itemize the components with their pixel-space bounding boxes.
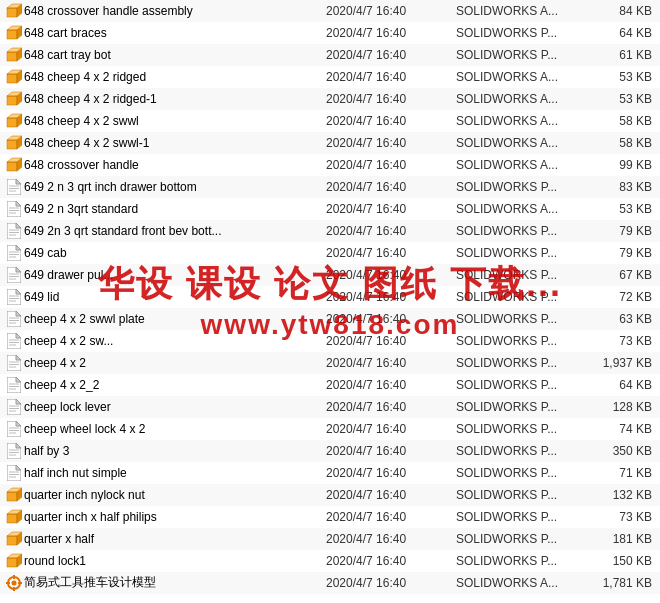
file-icon: [4, 399, 24, 415]
table-row[interactable]: cheep 4 x 2 sw...2020/4/7 16:40SOLIDWORK…: [0, 330, 660, 352]
file-name: 649 drawer pul...: [24, 268, 326, 282]
file-name: half inch nut simple: [24, 466, 326, 480]
file-size: 132 KB: [586, 488, 656, 502]
file-type: SOLIDWORKS P...: [456, 466, 586, 480]
file-date: 2020/4/7 16:40: [326, 158, 456, 172]
file-size: 67 KB: [586, 268, 656, 282]
file-date: 2020/4/7 16:40: [326, 48, 456, 62]
file-icon: [4, 421, 24, 437]
file-type: SOLIDWORKS P...: [456, 246, 586, 260]
file-date: 2020/4/7 16:40: [326, 202, 456, 216]
file-name: half by 3: [24, 444, 326, 458]
file-icon: [4, 157, 24, 173]
file-icon: [4, 135, 24, 151]
table-row[interactable]: cheep 4 x 2 swwl plate2020/4/7 16:40SOLI…: [0, 308, 660, 330]
file-name: cheep 4 x 2 sw...: [24, 334, 326, 348]
table-row[interactable]: cheep lock lever2020/4/7 16:40SOLIDWORKS…: [0, 396, 660, 418]
file-type: SOLIDWORKS P...: [456, 312, 586, 326]
file-type: SOLIDWORKS P...: [456, 488, 586, 502]
file-icon: [4, 487, 24, 503]
file-date: 2020/4/7 16:40: [326, 26, 456, 40]
file-date: 2020/4/7 16:40: [326, 532, 456, 546]
file-type: SOLIDWORKS P...: [456, 356, 586, 370]
svg-rect-132: [13, 575, 15, 579]
file-icon: [4, 223, 24, 239]
file-date: 2020/4/7 16:40: [326, 378, 456, 392]
table-row[interactable]: quarter inch x half philips2020/4/7 16:4…: [0, 506, 660, 528]
file-date: 2020/4/7 16:40: [326, 444, 456, 458]
file-size: 99 KB: [586, 158, 656, 172]
table-row[interactable]: 649 drawer pul...2020/4/7 16:40SOLIDWORK…: [0, 264, 660, 286]
svg-marker-56: [16, 245, 21, 250]
table-row[interactable]: half inch nut simple2020/4/7 16:40SOLIDW…: [0, 462, 660, 484]
file-date: 2020/4/7 16:40: [326, 576, 456, 590]
file-type: SOLIDWORKS P...: [456, 554, 586, 568]
file-name: 简易式工具推车设计模型: [24, 574, 326, 591]
file-size: 350 KB: [586, 444, 656, 458]
file-icon: [4, 113, 24, 129]
file-size: 73 KB: [586, 334, 656, 348]
file-icon: [4, 289, 24, 305]
table-row[interactable]: half by 32020/4/7 16:40SOLIDWORKS P...35…: [0, 440, 660, 462]
svg-rect-5: [7, 30, 17, 39]
file-date: 2020/4/7 16:40: [326, 114, 456, 128]
file-icon: [4, 465, 24, 481]
table-row[interactable]: 648 cheep 4 x 2 swwl2020/4/7 16:40SOLIDW…: [0, 110, 660, 132]
file-date: 2020/4/7 16:40: [326, 70, 456, 84]
file-name: quarter inch x half philips: [24, 510, 326, 524]
table-row[interactable]: 649 lid2020/4/7 16:40SOLIDWORKS P...72 K…: [0, 286, 660, 308]
file-icon: [4, 267, 24, 283]
table-row[interactable]: quarter inch nylock nut2020/4/7 16:40SOL…: [0, 484, 660, 506]
file-name: 648 cheep 4 x 2 swwl: [24, 114, 326, 128]
svg-rect-15: [7, 74, 17, 83]
table-row[interactable]: quarter x half2020/4/7 16:40SOLIDWORKS P…: [0, 528, 660, 550]
file-date: 2020/4/7 16:40: [326, 422, 456, 436]
file-type: SOLIDWORKS P...: [456, 48, 586, 62]
svg-rect-25: [7, 118, 17, 127]
svg-rect-134: [6, 582, 10, 584]
file-type: SOLIDWORKS A...: [456, 4, 586, 18]
file-date: 2020/4/7 16:40: [326, 554, 456, 568]
file-type: SOLIDWORKS P...: [456, 532, 586, 546]
file-date: 2020/4/7 16:40: [326, 466, 456, 480]
table-row[interactable]: 648 cart tray bot2020/4/7 16:40SOLIDWORK…: [0, 44, 660, 66]
file-icon: [4, 377, 24, 393]
file-size: 58 KB: [586, 136, 656, 150]
file-name: cheep lock lever: [24, 400, 326, 414]
table-row[interactable]: 648 crossover handle assembly2020/4/7 16…: [0, 0, 660, 22]
file-size: 58 KB: [586, 114, 656, 128]
table-row[interactable]: 648 cheep 4 x 2 swwl-12020/4/7 16:40SOLI…: [0, 132, 660, 154]
table-row[interactable]: 649 cab2020/4/7 16:40SOLIDWORKS P...79 K…: [0, 242, 660, 264]
table-row[interactable]: cheep wheel lock 4 x 22020/4/7 16:40SOLI…: [0, 418, 660, 440]
file-name: 648 cheep 4 x 2 swwl-1: [24, 136, 326, 150]
file-date: 2020/4/7 16:40: [326, 510, 456, 524]
table-row[interactable]: cheep 4 x 2_22020/4/7 16:40SOLIDWORKS P.…: [0, 374, 660, 396]
file-size: 84 KB: [586, 4, 656, 18]
svg-marker-61: [16, 267, 21, 272]
table-row[interactable]: round lock12020/4/7 16:40SOLIDWORKS P...…: [0, 550, 660, 572]
file-size: 71 KB: [586, 466, 656, 480]
table-row[interactable]: 648 cheep 4 x 2 ridged2020/4/7 16:40SOLI…: [0, 66, 660, 88]
table-row[interactable]: 648 crossover handle2020/4/7 16:40SOLIDW…: [0, 154, 660, 176]
table-row[interactable]: 648 cart braces2020/4/7 16:40SOLIDWORKS …: [0, 22, 660, 44]
file-size: 150 KB: [586, 554, 656, 568]
file-icon: [4, 25, 24, 41]
file-type: SOLIDWORKS P...: [456, 290, 586, 304]
file-size: 1,781 KB: [586, 576, 656, 590]
file-type: SOLIDWORKS P...: [456, 180, 586, 194]
file-icon: [4, 69, 24, 85]
table-row[interactable]: 649 2 n 3 qrt inch drawer bottom2020/4/7…: [0, 176, 660, 198]
file-name: 648 cheep 4 x 2 ridged: [24, 70, 326, 84]
table-row[interactable]: 简易式工具推车设计模型2020/4/7 16:40SOLIDWORKS A...…: [0, 572, 660, 594]
file-type: SOLIDWORKS P...: [456, 510, 586, 524]
file-icon: [4, 355, 24, 371]
file-icon: [4, 245, 24, 261]
table-row[interactable]: cheep 4 x 22020/4/7 16:40SOLIDWORKS P...…: [0, 352, 660, 374]
file-type: SOLIDWORKS P...: [456, 268, 586, 282]
table-row[interactable]: 648 cheep 4 x 2 ridged-12020/4/7 16:40SO…: [0, 88, 660, 110]
file-type: SOLIDWORKS P...: [456, 334, 586, 348]
file-date: 2020/4/7 16:40: [326, 268, 456, 282]
table-row[interactable]: 649 2 n 3qrt standard2020/4/7 16:40SOLID…: [0, 198, 660, 220]
table-row[interactable]: 649 2n 3 qrt standard front bev bott...2…: [0, 220, 660, 242]
file-size: 83 KB: [586, 180, 656, 194]
